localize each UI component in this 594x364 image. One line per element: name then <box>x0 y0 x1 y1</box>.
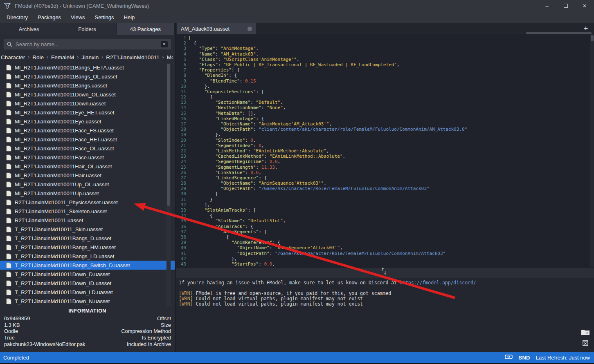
info-row: pakchunk23-WindowsNoEditor.pakIncluded I… <box>4 341 171 347</box>
breadcrumb-separator: › <box>162 54 164 60</box>
file-row[interactable]: T_R2T1JianxinMd10011_Skin.uasset <box>0 225 175 234</box>
menu-item-directory[interactable]: Directory <box>2 13 33 22</box>
maximize-icon <box>564 4 568 8</box>
minimize-button[interactable]: – <box>538 0 556 11</box>
file-row[interactable]: T_R2T1JianxinMd10011Down_ID.uasset <box>0 279 175 288</box>
code-line: 11 "CompositeSections": [ <box>176 89 594 94</box>
line-number: 7 <box>176 67 186 73</box>
file-row[interactable]: MI_R2T1JianxinMd10011Up_OL.uasset <box>0 180 175 189</box>
breadcrumb-item-femalem[interactable]: FemaleM <box>51 54 74 60</box>
file-row[interactable]: MI_R2T1JianxinMd10011Face_HET.uasset <box>0 135 175 144</box>
file-row[interactable]: T_R2T1JianxinMd10011Bangs_Switch_D.uasse… <box>0 261 175 270</box>
file-row[interactable]: MI_R2T1JianxinMd10011Down.uasset <box>0 99 175 108</box>
file-row[interactable]: T_R2T1JianxinMd10011Bangs_HM.uasset <box>0 243 175 252</box>
breadcrumb-item-jianxin[interactable]: Jianxin <box>81 54 99 60</box>
file-name: MI_R2T1JianxinMd10011Hair.uasset <box>15 172 101 179</box>
json-code-viewer[interactable]: 1[2 {3 "Type": "AnimMontage",4 "Name": "… <box>176 34 594 267</box>
menu-item-settings[interactable]: Settings <box>90 13 119 22</box>
code-line: 40 "ObjectName": "AnimSequence'Attack03'… <box>176 245 594 250</box>
breadcrumb-separator: › <box>28 54 29 60</box>
code-line: 6 "Flags": "RF_Public | RF_Transactional… <box>176 62 594 67</box>
menu-item-views[interactable]: Views <box>66 13 90 22</box>
file-row[interactable]: T_R2T1JianxinMd10011Bangs_D.uasset <box>0 234 175 243</box>
code-line: 3 "Type": "AnimMontage", <box>176 46 594 51</box>
tab-43-packages[interactable]: 43 Packages <box>117 23 175 35</box>
file-name: MI_R2T1JianxinMd10011Down_OL.uasset <box>15 92 116 98</box>
file-icon <box>6 154 11 161</box>
file-name: T_R2T1JianxinMd10011Down_D.uasset <box>15 271 110 277</box>
search-input[interactable] <box>16 41 161 47</box>
file-row[interactable]: T_R2T1JianxinMd10011Down_LD.uasset <box>0 288 175 297</box>
file-row[interactable]: MI_R2T1JianxinMd10011Face_FS.uasset <box>0 126 175 135</box>
clear-search-icon[interactable]: ✕ <box>161 41 168 47</box>
clear-log-icon[interactable] <box>582 339 589 347</box>
line-number: 31 <box>176 197 186 202</box>
file-icon <box>6 226 11 232</box>
code-line: 30 } <box>176 191 594 197</box>
line-number: 40 <box>176 245 186 250</box>
file-list-scrollbar-thumb[interactable] <box>167 64 170 206</box>
file-row[interactable]: MI_R2T1JianxinMd10011Bangs_OL.uasset <box>0 72 175 81</box>
code-line: 41 "ObjectPath": "/Game/Aki/Character/Ro… <box>176 251 594 256</box>
code-line: 15 "MetaData": [], <box>176 111 594 116</box>
file-row[interactable]: MI_R2T1JianxinMd10011Face.uasset <box>0 153 175 162</box>
tab-archives[interactable]: Archives <box>0 23 58 35</box>
discord-link[interactable]: https://fmodel.app/discord/ <box>400 280 476 286</box>
file-row[interactable]: MI_R2T1JianxinMd10011Eye.uasset <box>0 117 175 126</box>
file-row[interactable]: T_R2T1JianxinMd10011Down_D.uasset <box>0 270 175 279</box>
tab-folders[interactable]: Folders <box>58 23 116 35</box>
export-folder-icon[interactable] <box>581 328 590 337</box>
info-value: True <box>4 335 15 341</box>
file-row[interactable]: MI_R2T1JianxinMd10011Down_OL.uasset <box>0 90 175 99</box>
connection-icon[interactable] <box>505 354 513 361</box>
maximize-button[interactable] <box>556 0 575 11</box>
search-icon <box>7 42 12 47</box>
code-scrollbar-track[interactable] <box>590 34 594 267</box>
file-name: MI_R2T1JianxinMd10011Bangs_OL.uasset <box>15 74 117 80</box>
viewer-tab[interactable]: AM_Attack03.uasset <box>177 23 256 34</box>
file-name: T_R2T1JianxinMd10011Down_N.uasset <box>15 298 110 304</box>
file-icon <box>6 163 11 170</box>
file-row[interactable]: T_R2T1JianxinMd10011Bangs_LD.uasset <box>0 252 175 261</box>
code-scrollbar-thumb[interactable] <box>591 35 594 41</box>
file-row[interactable]: MI_R2T1JianxinMd10011Hair_OL.uasset <box>0 162 175 171</box>
line-number: 36 <box>176 224 186 229</box>
file-name: MI_R2T1JianxinMd10011Face.uasset <box>15 154 104 161</box>
code-line: 1[ <box>176 35 594 40</box>
line-number: 32 <box>176 202 186 208</box>
menu-bar: DirectoryPackagesViewsSettingsHelp <box>0 11 594 23</box>
breadcrumb-item-r2t1jianxinmd10011[interactable]: R2T1JianxinMd10011 <box>106 54 159 60</box>
file-row[interactable]: R2T1JianxinMd10011.uasset <box>0 216 175 225</box>
file-row[interactable]: MI_R2T1JianxinMd10011Bangs.uasset <box>0 81 175 90</box>
file-row[interactable]: MI_R2T1JianxinMd10011Bangs_HETA.uasset <box>0 63 175 72</box>
breadcrumb-item-character[interactable]: Character <box>1 54 25 60</box>
code-line: 2 { <box>176 40 594 46</box>
line-number: 39 <box>176 240 186 245</box>
breadcrumb-item-role[interactable]: Role <box>32 54 44 60</box>
file-icon <box>6 74 11 80</box>
tab-close-dot-icon[interactable] <box>248 27 252 31</box>
menu-item-help[interactable]: Help <box>119 13 140 22</box>
close-button[interactable]: ✕ <box>575 0 594 11</box>
file-name: T_R2T1JianxinMd10011_Skin.uasset <box>15 226 103 232</box>
file-row[interactable]: MI_R2T1JianxinMd10011Face_OL.uasset <box>0 144 175 153</box>
file-row[interactable]: MI_R2T1JianxinMd10011Up.uasset <box>0 189 175 198</box>
breadcrumb-item-model[interactable]: Model <box>167 54 173 60</box>
snd-toggle[interactable]: SND <box>518 355 530 361</box>
menu-item-packages[interactable]: Packages <box>33 13 66 22</box>
line-number: 17 <box>176 121 186 127</box>
file-icon <box>6 92 11 98</box>
file-icon <box>6 208 11 214</box>
line-number: 8 <box>176 73 186 78</box>
code-line: 28 "ObjectName": "AnimSequence'Attack03'… <box>176 181 594 186</box>
line-number: 24 <box>176 159 186 164</box>
information-panel: 0x9469859Offset1.3 KBSizeOodleCompressio… <box>4 315 171 347</box>
file-icon <box>6 181 11 188</box>
file-row[interactable]: R2T1JianxinMd10011_Skeleton.uasset <box>0 207 175 216</box>
file-name: T_R2T1JianxinMd10011Down_ID.uasset <box>15 280 111 286</box>
file-row[interactable]: T_R2T1JianxinMd10011Down_N.uasset <box>0 297 175 306</box>
file-row[interactable]: MI_R2T1JianxinMd10011Hair.uasset <box>0 171 175 180</box>
file-row[interactable]: MI_R2T1JianxinMd10011Eye_HET.uasset <box>0 108 175 117</box>
code-line: 21 "SegmentIndex": 0, <box>176 143 594 148</box>
file-row[interactable]: R2T1JianxinMd10011_PhysicsAsset.uasset <box>0 198 175 207</box>
